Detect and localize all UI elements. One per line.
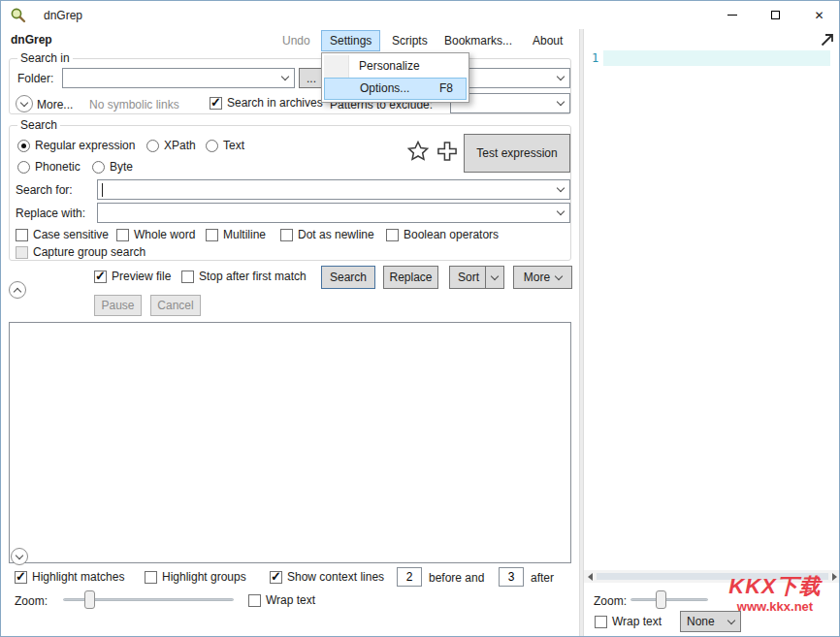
radio-text[interactable]: Text <box>206 139 244 152</box>
checkbox-box <box>116 229 129 241</box>
preview-file-checkbox[interactable]: Preview file <box>94 270 171 283</box>
more-label[interactable]: More... <box>37 98 73 111</box>
stop-after-first-match-checkbox[interactable]: Stop after first match <box>181 270 307 283</box>
menu-scripts[interactable]: Scripts <box>384 30 436 51</box>
menu-settings[interactable]: Settings <box>321 30 380 51</box>
menu-undo[interactable]: Undo <box>275 30 318 51</box>
preview-horizontal-scrollbar[interactable] <box>584 570 840 583</box>
slider-thumb[interactable] <box>84 590 95 609</box>
replace-with-combobox[interactable] <box>97 203 570 223</box>
chevron-down-icon <box>491 271 499 279</box>
menu-about[interactable]: About <box>525 30 570 51</box>
checkbox-label: Wrap text <box>612 615 662 628</box>
radio-byte[interactable]: Byte <box>92 160 133 174</box>
highlight-groups-checkbox[interactable]: Highlight groups <box>145 570 246 584</box>
checkbox-label: Search in archives <box>227 96 323 110</box>
preview-wrap-text-checkbox[interactable]: Wrap text <box>595 615 662 628</box>
more-button[interactable]: More <box>513 266 572 289</box>
highlight-matches-checkbox[interactable]: Highlight matches <box>15 570 124 584</box>
preview-zoom-slider[interactable] <box>630 590 708 609</box>
chevron-down-icon <box>16 551 23 558</box>
search-in-group: Search in Folder: ... More... No symboli… <box>9 58 571 114</box>
context-before-input[interactable] <box>397 567 422 587</box>
pause-button[interactable]: Pause <box>94 295 142 316</box>
scroll-right-icon[interactable] <box>828 570 840 583</box>
sort-dropdown-button[interactable] <box>485 267 503 288</box>
checkbox-label: Whole word <box>134 228 195 241</box>
radio-label: Regular expression <box>35 139 135 152</box>
results-zoom-slider[interactable] <box>63 590 234 609</box>
expand-bottom-expander[interactable] <box>11 548 28 565</box>
replace-button[interactable]: Replace <box>383 266 438 289</box>
popout-preview-icon[interactable] <box>819 31 836 48</box>
minimize-button[interactable] <box>710 1 754 29</box>
preview-zoom-label: Zoom: <box>594 594 627 608</box>
collapse-top-expander[interactable] <box>9 281 26 299</box>
radio-phonetic[interactable]: Phonetic <box>17 160 81 174</box>
radio-xpath[interactable]: XPath <box>146 139 196 152</box>
chevron-down-icon[interactable] <box>552 94 569 112</box>
whole-word-checkbox[interactable]: Whole word <box>116 228 195 241</box>
radio-label: XPath <box>164 139 196 152</box>
after-label: after <box>531 571 554 585</box>
sort-button-label[interactable]: Sort <box>450 267 487 288</box>
maximize-button[interactable] <box>754 1 797 29</box>
checkbox-box <box>210 97 222 110</box>
results-zoom-label: Zoom: <box>15 594 48 608</box>
syntax-dropdown[interactable]: None <box>680 611 741 632</box>
search-button[interactable]: Search <box>321 266 375 289</box>
pause-button-label: Pause <box>101 299 134 312</box>
before-and-label: before and <box>429 571 484 585</box>
folder-combobox[interactable] <box>62 68 295 88</box>
show-context-lines-checkbox[interactable]: Show context lines <box>270 570 384 584</box>
chevron-down-icon <box>555 271 563 279</box>
add-bookmark-icon[interactable] <box>435 139 460 164</box>
results-wrap-text-checkbox[interactable]: Wrap text <box>248 593 315 607</box>
context-after-input[interactable] <box>499 567 524 587</box>
case-sensitive-checkbox[interactable]: Case sensitive <box>16 228 109 241</box>
search-in-archives-checkbox[interactable]: Search in archives <box>210 96 323 110</box>
chevron-down-icon[interactable] <box>552 69 569 87</box>
menu-bookmarks[interactable]: Bookmarks... <box>436 30 520 51</box>
checkbox-box <box>206 229 218 241</box>
menu-item-shortcut: F8 <box>439 79 453 99</box>
checkbox-box <box>280 229 293 241</box>
settings-dropdown-menu: Personalize Options... F8 <box>321 52 469 103</box>
syntax-selected-value: None <box>687 615 715 628</box>
search-for-combobox[interactable] <box>97 179 570 200</box>
browse-label: ... <box>307 72 316 85</box>
slider-thumb[interactable] <box>656 590 666 609</box>
test-expression-button[interactable]: Test expression <box>464 134 570 173</box>
cancel-button[interactable]: Cancel <box>150 295 201 316</box>
multiline-checkbox[interactable]: Multiline <box>206 228 266 241</box>
boolean-operators-checkbox[interactable]: Boolean operators <box>386 228 499 241</box>
radio-dot <box>92 161 105 174</box>
checkbox-box <box>181 271 194 283</box>
chevron-down-icon[interactable] <box>552 204 569 222</box>
symlinks-note: No symbolic links <box>89 98 179 111</box>
search-legend: Search <box>17 118 60 132</box>
chevron-down-icon <box>727 616 735 623</box>
slider-track[interactable] <box>630 598 708 601</box>
close-icon: ✕ <box>814 10 824 21</box>
more-options-expander[interactable] <box>16 95 33 112</box>
menu-item-personalize[interactable]: Personalize <box>324 55 467 78</box>
radio-dot <box>206 140 218 152</box>
scroll-left-icon[interactable] <box>584 570 597 583</box>
chevron-down-icon[interactable] <box>552 180 569 199</box>
dngrep-window: dnGrep ✕ dnGrep Undo Settings Scripts Bo… <box>0 0 840 637</box>
chevron-down-icon[interactable] <box>276 69 294 87</box>
dot-as-newline-checkbox[interactable]: Dot as newline <box>280 228 374 241</box>
close-button[interactable]: ✕ <box>797 1 840 29</box>
menubar-app-label: dnGrep <box>11 33 52 47</box>
bookmark-star-icon[interactable] <box>405 139 431 164</box>
menu-item-label: Options... <box>360 81 409 95</box>
preview-editor[interactable]: 1 <box>586 48 839 569</box>
capture-group-search-checkbox[interactable]: Capture group search <box>16 245 145 259</box>
results-tree[interactable] <box>9 322 571 563</box>
radio-regular-expression[interactable]: Regular expression <box>17 139 135 152</box>
scrollbar-thumb[interactable] <box>597 573 828 580</box>
menu-item-options[interactable]: Options... F8 <box>324 78 467 100</box>
menu-item-label: Personalize <box>359 59 420 73</box>
sort-button[interactable]: Sort <box>449 266 504 289</box>
